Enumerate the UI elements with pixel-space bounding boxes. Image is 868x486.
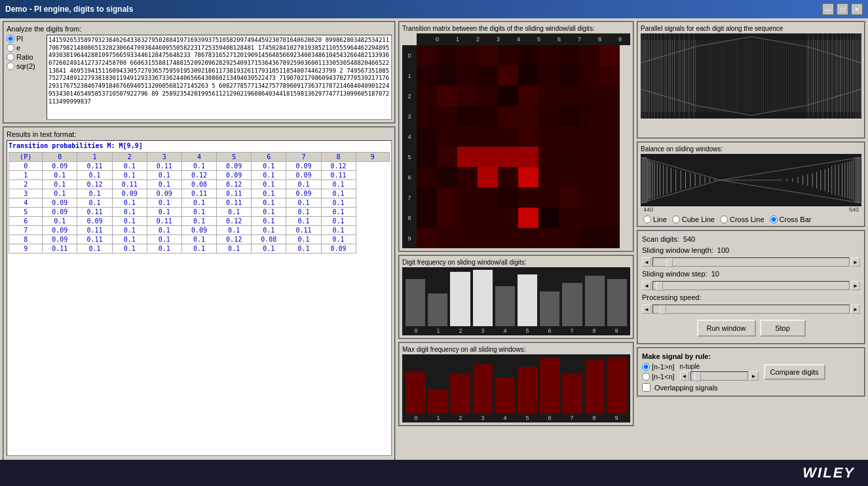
- matrix-axis-top-label: 1: [447, 33, 468, 45]
- radio-cubeline-input[interactable]: [672, 215, 680, 223]
- ntuple-thumb[interactable]: [694, 372, 701, 381]
- radio-crossbar-input[interactable]: [770, 215, 778, 223]
- maxfreq-panel: Max digit frequency on all sliding windo…: [398, 342, 634, 426]
- radio-crossline[interactable]: Cross Line: [720, 215, 764, 223]
- table-cell: 0.11: [77, 235, 112, 244]
- radio-rule-lt[interactable]: [n-1<n]: [642, 373, 675, 381]
- table-cell: 0.09: [286, 189, 321, 198]
- heatmap-cell: [478, 208, 498, 228]
- table-cell: 0.1: [112, 235, 147, 244]
- radio-pi-input[interactable]: [7, 35, 14, 43]
- compare-digits-button[interactable]: Compare digits: [764, 364, 825, 380]
- heatmap-cell: [559, 228, 579, 248]
- run-window-button[interactable]: Run window: [697, 320, 756, 337]
- ntuple-slider-track[interactable]: [690, 371, 748, 381]
- processing-speed-left-arrow[interactable]: ◄: [642, 305, 651, 314]
- window-step-slider[interactable]: [652, 281, 850, 290]
- matrix-axis-top-label: 9: [610, 33, 630, 45]
- heatmap-cell: [579, 86, 599, 106]
- radio-rule-lt-input[interactable]: [642, 373, 650, 381]
- bar-chart-label: 1: [427, 415, 449, 421]
- digits-textarea[interactable]: 1415926535897932384626433832795028841971…: [47, 35, 392, 120]
- radio-sqrt2-label: sqr(2): [16, 62, 35, 70]
- processing-speed-slider[interactable]: [652, 305, 850, 314]
- table-cell: 0.1: [147, 171, 181, 180]
- radio-rule-gt-input[interactable]: [642, 363, 650, 371]
- maximize-button[interactable]: □: [837, 3, 848, 15]
- heatmap-cell: [498, 106, 518, 126]
- table-cell: 0.1: [77, 189, 112, 198]
- window-length-right-arrow[interactable]: ►: [851, 257, 860, 267]
- window-step-slider-row: ◄ ►: [642, 281, 860, 290]
- ntuple-left-arrow[interactable]: ◄: [680, 371, 689, 381]
- table-row-header: 5: [9, 208, 43, 217]
- heatmap-cell: [579, 187, 599, 208]
- heatmap-cell: [457, 45, 478, 65]
- window-length-row: Sliding window length: 100: [642, 246, 860, 254]
- radio-e-input[interactable]: [7, 44, 14, 52]
- heatmap-cell: [538, 187, 559, 208]
- radio-crossline-input[interactable]: [720, 215, 728, 223]
- results-textarea[interactable]: Transition probabilities M: M[9,9] (P)01…: [7, 140, 392, 456]
- radio-e[interactable]: e: [7, 44, 43, 52]
- table-cell: 0.1: [252, 226, 286, 235]
- table-cell: 0.1: [181, 217, 216, 226]
- heatmap-cell: [559, 126, 579, 147]
- radio-rule-lt-label: [n-1<n]: [652, 373, 675, 381]
- table-cell: 0.11: [43, 244, 77, 253]
- heatmap-cell: [478, 106, 498, 126]
- close-button[interactable]: ✕: [851, 3, 863, 15]
- radio-sqrt2-input[interactable]: [7, 62, 14, 70]
- processing-speed-right-arrow[interactable]: ►: [851, 305, 860, 314]
- window-length-thumb[interactable]: [666, 258, 673, 267]
- table-cell: 0.1: [181, 244, 216, 253]
- matrix-axis-top-label: 8: [590, 33, 610, 45]
- table-cell: 0.1: [286, 208, 321, 217]
- window-controls[interactable]: — □ ✕: [822, 3, 863, 15]
- table-cell: 0.12: [217, 217, 252, 226]
- heatmap-cell: [457, 147, 478, 167]
- bar-chart-bar: [406, 372, 425, 413]
- window-length-value: 100: [717, 246, 729, 254]
- table-cell: 0.1: [77, 244, 112, 253]
- bar-chart-bar: [562, 283, 582, 326]
- heatmap-cell: [579, 147, 599, 167]
- table-cell: 0.1: [286, 180, 321, 189]
- radio-sqrt2[interactable]: sqr(2): [7, 62, 43, 70]
- radio-pi[interactable]: PI: [7, 35, 43, 43]
- radio-line[interactable]: Line: [643, 215, 667, 223]
- overlapping-checkbox[interactable]: [642, 383, 651, 392]
- window-step-left-arrow[interactable]: ◄: [642, 281, 651, 290]
- window-length-slider[interactable]: [652, 257, 850, 267]
- bar-chart-bar: [540, 358, 559, 413]
- heatmap-cell: [478, 147, 498, 167]
- table-row: 80.090.110.10.10.10.120.080.10.1: [9, 235, 390, 244]
- table-cell: 0.09: [321, 244, 356, 253]
- matrix-axis-left-label: 1: [402, 65, 417, 86]
- radio-ratio[interactable]: Ratio: [7, 53, 43, 61]
- radio-crossbar[interactable]: Cross Bar: [770, 215, 812, 223]
- radio-cubeline[interactable]: Cube Line: [672, 215, 715, 223]
- window-step-thumb[interactable]: [656, 282, 663, 291]
- bar-chart-bar: [518, 274, 537, 326]
- radio-line-input[interactable]: [643, 215, 651, 223]
- heatmap-cell: [498, 86, 518, 106]
- heatmap-cell: [417, 187, 437, 208]
- radio-rule-gt[interactable]: [n-1>n]: [642, 363, 675, 371]
- window-length-left-arrow[interactable]: ◄: [642, 257, 651, 267]
- bar-chart-label: 5: [516, 415, 538, 421]
- table-cell: 0.1: [286, 244, 321, 253]
- table-cell: 0.11: [217, 189, 252, 198]
- processing-speed-thumb[interactable]: [660, 305, 666, 314]
- radio-ratio-input[interactable]: [7, 53, 14, 61]
- minimize-button[interactable]: —: [822, 3, 834, 15]
- table-cell: 0.11: [147, 162, 181, 171]
- matrix-body: 0123456789: [402, 45, 630, 248]
- ntuple-right-arrow[interactable]: ►: [749, 371, 759, 381]
- table-cell: 0.1: [217, 244, 252, 253]
- heatmap-cell: [518, 208, 538, 228]
- table-row: 20.10.120.110.10.080.120.10.10.1: [9, 180, 390, 189]
- heatmap-cell: [457, 65, 478, 86]
- window-step-right-arrow[interactable]: ►: [851, 281, 860, 290]
- stop-button[interactable]: Stop: [760, 320, 806, 337]
